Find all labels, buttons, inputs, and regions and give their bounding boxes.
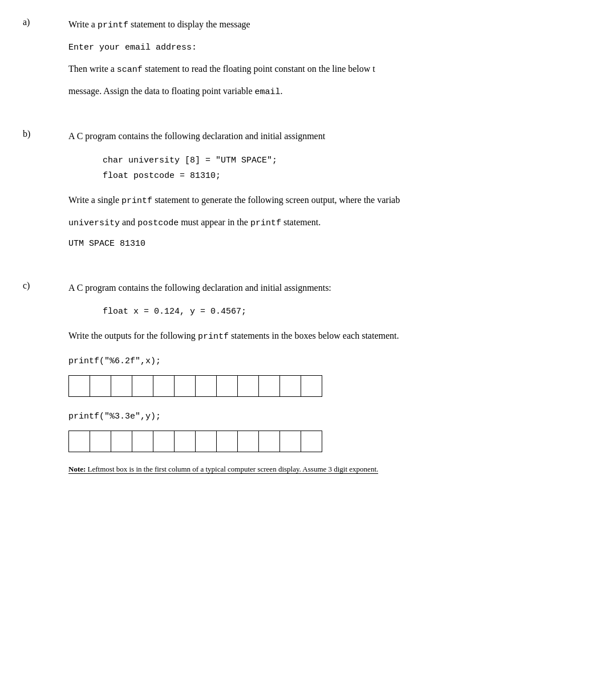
answer-box [153, 375, 175, 397]
label-c: c) [23, 281, 68, 474]
c-part2-post: statements in the boxes below each state… [229, 331, 399, 340]
c-code-block: float x = 0.124, y = 0.4567; [103, 304, 593, 319]
a-email-code: Enter your email address: [68, 43, 197, 52]
b-output: UTM SPACE 81310 [68, 237, 593, 251]
b-part2: Write a single printf statement to gener… [68, 193, 593, 208]
a-part3-text: message. Assign the data to floating poi… [68, 86, 255, 96]
answer-box [68, 375, 90, 397]
answer-box [174, 431, 196, 452]
answer-box [195, 431, 217, 452]
c-part2-code: printf [198, 332, 229, 342]
answer-box [258, 375, 280, 397]
c-stmt1-boxes [68, 375, 593, 397]
b-part2-code: printf [121, 196, 152, 206]
label-b: b) [23, 129, 68, 258]
c-part2: Write the outputs for the following prin… [68, 328, 593, 344]
a-code-display: Enter your email address: [68, 39, 593, 55]
b-part3-code2: postcode [137, 218, 179, 228]
content-a: Write a printf statement to display the … [68, 17, 593, 106]
question-a: a) Write a printf statement to display t… [23, 17, 593, 106]
label-a: a) [23, 17, 68, 106]
answer-box [68, 431, 90, 452]
answer-box [174, 375, 196, 397]
content-b: A C program contains the following decla… [68, 129, 593, 258]
a-part1-pre: Write a [68, 19, 98, 29]
answer-box [132, 431, 153, 452]
b-part3-code3: printf [250, 218, 281, 228]
answer-box [301, 431, 322, 452]
a-part2: Then write a scanf statement to read the… [68, 62, 593, 77]
a-part2-rest: the floating point constant on the line … [207, 64, 375, 74]
b-part3-mid: and [120, 217, 137, 227]
c-stmt2-boxes [68, 431, 593, 452]
b-part2-mid: statement to generate the following scre… [152, 195, 400, 205]
a-part2-pre: Then write a [68, 64, 117, 74]
answer-box [90, 431, 111, 452]
answer-box [111, 375, 132, 397]
answer-box [237, 431, 259, 452]
c-stmt1-code: printf("%6.2f",x); [68, 353, 593, 368]
c-stmt2-code: printf("%3.3e",y); [68, 408, 593, 424]
b-part2-pre: Write a single [68, 195, 121, 205]
answer-box [216, 431, 238, 452]
question-b: b) A C program contains the following de… [23, 129, 593, 258]
content-c: A C program contains the following decla… [68, 281, 593, 474]
answer-box [90, 375, 111, 397]
question-c: c) A C program contains the following de… [23, 281, 593, 474]
c-part2-pre: Write the outputs for the following [68, 331, 198, 340]
a-part2-mid: statement to read [143, 64, 207, 74]
b-part3: university and postcode must appear in t… [68, 215, 593, 230]
answer-box [237, 375, 259, 397]
a-part3: message. Assign the data to floating poi… [68, 84, 593, 99]
a-part3-end: . [281, 86, 283, 96]
a-part1: Write a printf statement to display the … [68, 17, 593, 33]
c-code-line: float x = 0.124, y = 0.4567; [103, 304, 593, 319]
answer-box [195, 375, 217, 397]
c-intro: A C program contains the following decla… [68, 281, 593, 295]
answer-box [258, 431, 280, 452]
b-code-line1: char university [8] = "UTM SPACE"; [103, 153, 593, 168]
answer-box [153, 431, 175, 452]
answer-box [216, 375, 238, 397]
note-text: Leftmost box is in the first column of a… [86, 465, 378, 474]
b-code-block: char university [8] = "UTM SPACE"; float… [103, 153, 593, 184]
b-code-line2: float postcode = 81310; [103, 168, 593, 184]
b-part3-code1: university [68, 218, 120, 228]
a-part1-code: printf [98, 21, 128, 30]
answer-box [132, 375, 153, 397]
answer-box [279, 375, 301, 397]
b-part3-post-pre: must appear in the [179, 217, 250, 227]
a-part3-code: email [255, 87, 281, 97]
note-label: Note: [68, 465, 86, 474]
answer-box [111, 431, 132, 452]
note-container: Note: Leftmost box is in the first colum… [68, 464, 593, 474]
answer-box [301, 375, 322, 397]
answer-box [279, 431, 301, 452]
b-intro: A C program contains the following decla… [68, 129, 593, 144]
a-part2-code: scanf [117, 65, 143, 75]
b-part3-post: statement. [281, 217, 321, 227]
a-part1-post: statement to display the message [128, 19, 250, 29]
